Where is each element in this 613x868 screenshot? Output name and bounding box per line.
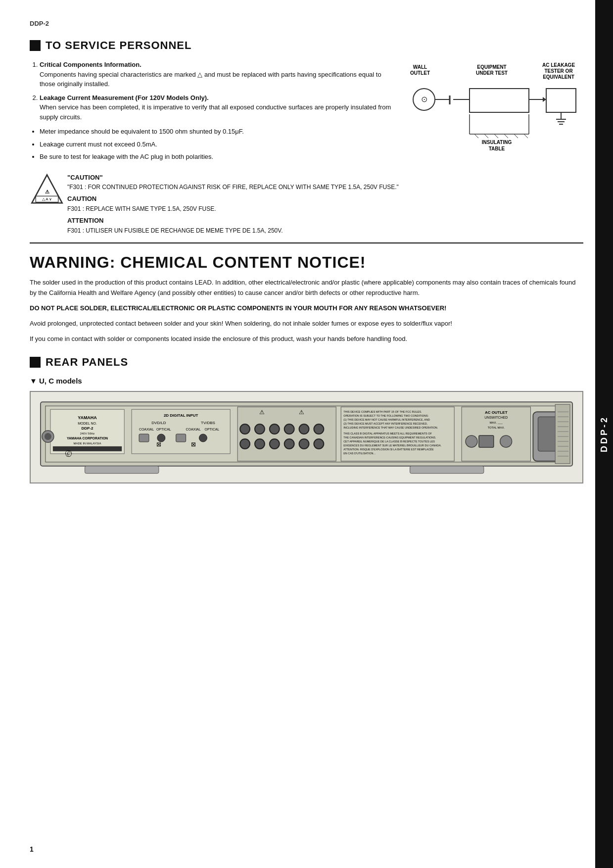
svg-point-67	[255, 425, 265, 434]
caution-quote-title: "CAUTION"	[67, 173, 583, 183]
bullet-item-1: Meter impedance should be equivalent to …	[40, 127, 395, 137]
caution-title: CAUTION	[67, 194, 583, 204]
svg-text:⚠: ⚠	[299, 409, 304, 416]
svg-text:YAMAHA CORPORATION: YAMAHA CORPORATION	[67, 436, 108, 440]
svg-text:EXIGENCES DU REGLEMENT SUR LE : EXIGENCES DU REGLEMENT SUR LE MATERIEL B…	[343, 444, 442, 447]
svg-rect-112	[410, 466, 484, 474]
svg-point-70	[299, 425, 309, 434]
svg-point-68	[270, 425, 280, 434]
service-list-item-1: Critical Components Information. Compone…	[40, 60, 395, 89]
svg-text:ATTENTION: RISQUE D'EXPLOSION : ATTENTION: RISQUE D'EXPLOSION SI LA BATT…	[343, 448, 434, 451]
svg-text:INSULATING: INSULATING	[482, 140, 512, 145]
svg-rect-45	[53, 446, 122, 451]
item1-title: Critical Components Information.	[40, 61, 141, 68]
service-text-block: Critical Components Information. Compone…	[30, 60, 395, 166]
service-numbered-list: Critical Components Information. Compone…	[40, 60, 395, 122]
svg-text:⊠: ⊠	[156, 441, 161, 448]
svg-text:MADE IN MALAYSIA: MADE IN MALAYSIA	[74, 442, 101, 445]
svg-text:AC OUTLET: AC OUTLET	[485, 411, 508, 415]
item1-body: Components having special characteristic…	[40, 71, 381, 88]
service-bullet-list: Meter impedance should be equivalent to …	[40, 127, 395, 162]
leakage-diagram: WALL OUTLET EQUIPMENT UNDER TEST AC LEAK…	[405, 60, 583, 166]
svg-point-72	[240, 439, 250, 449]
svg-text:EN CAS D'UTILISATION...: EN CAS D'UTILISATION...	[343, 452, 376, 455]
rear-panels-title: REAR PANELS	[46, 356, 128, 369]
svg-text:TESTER OR: TESTER OR	[544, 68, 573, 74]
service-list-item-2: Leakage Current Measurement (For 120V Mo…	[40, 93, 395, 122]
svg-text:⚠: ⚠	[45, 189, 49, 194]
svg-text:⊙: ⊙	[421, 95, 427, 103]
svg-text:TABLE: TABLE	[489, 146, 505, 151]
svg-text:TV/DBS: TV/DBS	[201, 421, 215, 426]
rear-panels-section: REAR PANELS U, C models YAMAHA MODEL NO.…	[30, 356, 583, 483]
svg-point-69	[284, 425, 294, 434]
svg-text:OPTICAL: OPTICAL	[204, 428, 219, 431]
warning-para1: The solder used in the production of thi…	[30, 278, 583, 298]
caution-f301-2: F301 : REPLACE WITH SAME TYPE 1.5A, 250V…	[67, 204, 583, 214]
svg-line-26	[494, 134, 498, 138]
item2-title: Leakage Current Measurement (For 120V Mo…	[40, 94, 209, 101]
svg-text:DDP-2: DDP-2	[82, 427, 94, 431]
svg-rect-96	[479, 435, 494, 447]
svg-text:2D DIGITAL INPUT: 2D DIGITAL INPUT	[164, 414, 198, 418]
svg-text:240V 50Hz: 240V 50Hz	[80, 432, 95, 435]
svg-text:MAX. ___: MAX. ___	[490, 422, 503, 425]
rear-panels-square-icon	[30, 357, 41, 368]
svg-rect-57	[139, 434, 149, 442]
svg-point-73	[255, 439, 265, 449]
vertical-label-text: DDP-2	[599, 416, 610, 452]
svg-text:TOTAL MAX.: TOTAL MAX.	[487, 427, 505, 430]
warning-para4: If you come in contact with solder or co…	[30, 334, 583, 344]
svg-rect-16	[546, 89, 576, 112]
svg-text:COAXIAL: COAXIAL	[139, 428, 154, 431]
warning-section: WARNING: CHEMICAL CONTENT NOTICE! The so…	[30, 253, 583, 344]
svg-line-24	[474, 134, 478, 138]
svg-point-76	[299, 439, 309, 449]
svg-text:UNDER TEST: UNDER TEST	[476, 70, 508, 76]
rear-panels-heading: REAR PANELS	[30, 356, 583, 369]
vertical-label: DDP-2	[595, 0, 613, 868]
svg-text:(1) THIS DEVICE MAY NOT CAUSE : (1) THIS DEVICE MAY NOT CAUSE HARMFUL IN…	[343, 419, 430, 422]
heading-square-icon	[30, 40, 41, 51]
svg-text:THIS CLASS B DIGITAL APPARATUS: THIS CLASS B DIGITAL APPARATUS MEETS ALL…	[343, 432, 432, 435]
svg-text:🄫: 🄫	[65, 450, 72, 458]
warning-title: WARNING: CHEMICAL CONTENT NOTICE!	[30, 253, 583, 272]
rear-panel-diagram: YAMAHA MODEL NO. DDP-2 240V 50Hz YAMAHA …	[30, 391, 583, 483]
caution-section: ⚠ △ A ∨ "CAUTION" "F301 : FOR CONTINUED …	[30, 173, 583, 236]
top-label: DDP-2	[30, 20, 583, 27]
svg-rect-111	[85, 466, 159, 474]
svg-text:(2) THIS DEVICE MUST ACCEPT AN: (2) THIS DEVICE MUST ACCEPT ANY INTERFER…	[343, 423, 428, 426]
svg-rect-100	[555, 405, 570, 464]
warning-body: The solder used in the production of thi…	[30, 278, 583, 344]
svg-text:THE CANADIAN INTERFERENCE-CAUS: THE CANADIAN INTERFERENCE-CAUSING EQUIPM…	[343, 436, 436, 439]
svg-line-25	[484, 134, 488, 138]
svg-text:△ A ∨: △ A ∨	[42, 197, 52, 201]
bullet-item-3: Be sure to test for leakage with the AC …	[40, 152, 395, 162]
item2-body: When service has been completed, it is i…	[40, 103, 391, 121]
section1-layout: Critical Components Information. Compone…	[30, 60, 583, 166]
rear-panel-svg: YAMAHA MODEL NO. DDP-2 240V 50Hz YAMAHA …	[36, 397, 577, 476]
svg-point-75	[284, 439, 294, 449]
caution-text-block: "CAUTION" "F301 : FOR CONTINUED PROTECTI…	[67, 173, 583, 236]
svg-text:EQUIPMENT: EQUIPMENT	[477, 64, 506, 70]
warning-para3: Avoid prolonged, unprotected contact bet…	[30, 319, 583, 329]
svg-text:EQUIVALENT: EQUIVALENT	[543, 74, 574, 80]
svg-text:WALL: WALL	[413, 64, 427, 70]
leakage-diagram-svg: WALL OUTLET EQUIPMENT UNDER TEST AC LEAK…	[405, 60, 583, 159]
svg-rect-90	[462, 407, 530, 462]
svg-line-27	[504, 134, 508, 138]
caution-f301-quote: "F301 : FOR CONTINUED PROTECTION AGAINST…	[67, 183, 583, 192]
svg-line-28	[514, 134, 518, 138]
svg-text:MODEL NO.: MODEL NO.	[78, 422, 97, 426]
svg-point-71	[314, 425, 324, 434]
svg-text:⊠: ⊠	[191, 441, 196, 448]
svg-line-29	[524, 134, 528, 138]
svg-rect-61	[176, 434, 186, 442]
svg-rect-12	[470, 89, 529, 112]
svg-text:⚠: ⚠	[259, 409, 265, 416]
attention-f301: F301 : UTILISER UN FUSIBLE DE RECHANGE D…	[67, 226, 583, 236]
svg-point-48	[45, 433, 51, 440]
svg-marker-15	[543, 97, 546, 102]
svg-rect-99	[538, 417, 558, 452]
caution-triangle-icon: ⚠ △ A ∨	[30, 173, 59, 202]
